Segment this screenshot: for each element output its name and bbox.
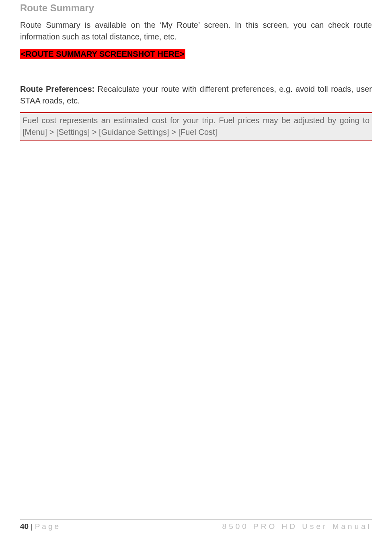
footer-left: 40 | Page (20, 522, 61, 531)
route-preferences-paragraph: Route Preferences: Recalculate your rout… (20, 83, 372, 112)
section-heading: Route Summary (20, 0, 372, 19)
page-number: 40 (20, 522, 29, 531)
route-preferences-label: Route Preferences: (20, 85, 94, 93)
page-word: Page (35, 522, 61, 531)
document-title: 8500 PRO HD User Manual (222, 522, 372, 531)
page-footer: 40 | Page 8500 PRO HD User Manual (20, 519, 372, 531)
footer-separator: | (29, 522, 35, 531)
intro-paragraph: Route Summary is available on the ‘My Ro… (20, 19, 372, 49)
fuel-cost-note: Fuel cost represents an estimated cost f… (20, 112, 372, 141)
screenshot-placeholder: <ROUTE SUMMARY SCREENSHOT HERE> (20, 49, 185, 59)
